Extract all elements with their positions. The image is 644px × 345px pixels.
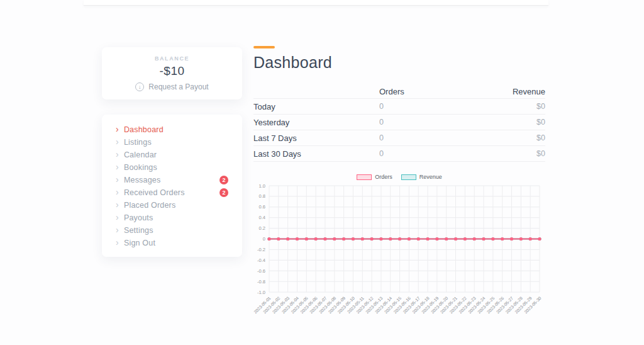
row-label: Last 30 Days xyxy=(253,149,379,159)
revenue-value: $0 xyxy=(474,133,545,142)
chevron-right-icon: › xyxy=(116,200,119,209)
sidebar-item-label: Calendar xyxy=(124,150,157,159)
sidebar-item-label: Settings xyxy=(124,226,153,235)
download-circle-icon: ↓ xyxy=(135,82,144,91)
sidebar-item-payouts[interactable]: › Payouts xyxy=(116,212,228,224)
svg-text:-0.8: -0.8 xyxy=(257,279,265,285)
sidebar-item-label: Dashboard xyxy=(124,125,164,134)
sidebar-item-settings[interactable]: › Settings xyxy=(116,224,228,237)
svg-text:0.6: 0.6 xyxy=(259,204,265,210)
orders-value: 0 xyxy=(379,118,474,127)
svg-text:-1.0: -1.0 xyxy=(257,290,265,295)
row-label: Today xyxy=(253,102,379,111)
chevron-right-icon: › xyxy=(116,238,119,247)
chevron-right-icon: › xyxy=(116,137,119,146)
chevron-right-icon: › xyxy=(116,188,119,196)
chevron-right-icon: › xyxy=(116,213,119,222)
chevron-right-icon: › xyxy=(116,150,119,159)
sidebar-item-label: Listings xyxy=(124,138,152,147)
sidebar-item-label: Sign Out xyxy=(124,239,155,247)
notification-badge: 2 xyxy=(219,176,228,184)
row-label: Last 7 Days xyxy=(253,133,379,143)
chevron-right-icon: › xyxy=(116,225,119,234)
stats-table: Orders Revenue Today 0 $0 Yesterday 0 $0… xyxy=(253,85,545,162)
page-title: Dashboard xyxy=(253,54,545,72)
svg-text:0.2: 0.2 xyxy=(259,225,265,231)
sidebar-item-received-orders[interactable]: › Received Orders 2 xyxy=(116,186,228,199)
chart-legend: Orders Revenue xyxy=(253,174,545,180)
svg-text:0: 0 xyxy=(263,236,265,242)
legend-swatch-revenue xyxy=(401,174,416,180)
sidebar-item-label: Messages xyxy=(124,176,161,184)
table-row: Last 7 Days 0 $0 xyxy=(253,130,545,146)
balance-value: -$10 xyxy=(102,64,242,78)
chevron-right-icon: › xyxy=(116,175,119,184)
table-header-row: Orders Revenue xyxy=(253,85,545,99)
title-accent-bar xyxy=(253,46,275,48)
orders-value: 0 xyxy=(379,133,474,142)
top-header-edge xyxy=(84,0,548,6)
orders-value: 0 xyxy=(379,149,474,158)
column-header-revenue: Revenue xyxy=(474,87,545,96)
column-header-orders: Orders xyxy=(379,87,474,96)
sidebar-item-label: Received Orders xyxy=(124,188,185,197)
sidebar-item-placed-orders[interactable]: › Placed Orders xyxy=(116,199,228,212)
orders-value: 0 xyxy=(379,102,474,111)
balance-label: BALANCE xyxy=(102,55,242,62)
sidebar-item-sign-out[interactable]: › Sign Out xyxy=(116,237,228,249)
sidebar-item-label: Placed Orders xyxy=(124,201,176,210)
svg-text:-0.4: -0.4 xyxy=(257,257,265,263)
table-row: Yesterday 0 $0 xyxy=(253,115,545,130)
svg-text:0.4: 0.4 xyxy=(259,215,265,220)
table-row: Last 30 Days 0 $0 xyxy=(253,146,545,162)
sidebar-item-dashboard[interactable]: › Dashboard xyxy=(116,123,228,136)
legend-item-revenue[interactable]: Revenue xyxy=(401,174,442,180)
sidebar-item-messages[interactable]: › Messages 2 xyxy=(116,174,228,186)
svg-text:1.0: 1.0 xyxy=(259,183,265,189)
sidebar-item-calendar[interactable]: › Calendar xyxy=(116,149,228,161)
main-content: Dashboard Orders Revenue Today 0 $0 Yest… xyxy=(253,46,545,331)
sidebar-item-bookings[interactable]: › Bookings xyxy=(116,161,228,174)
chevron-right-icon: › xyxy=(116,162,119,171)
legend-label: Orders xyxy=(375,174,392,180)
revenue-value: $0 xyxy=(474,149,545,158)
sidebar-item-listings[interactable]: › Listings xyxy=(116,136,228,149)
line-chart-canvas: 1.00.80.60.40.20-0.2-0.4-0.6-0.8-1.02023… xyxy=(253,172,545,331)
sidebar-nav: › Dashboard › Listings › Calendar › Book… xyxy=(102,115,242,257)
request-payout-button[interactable]: ↓ Request a Payout xyxy=(102,82,242,91)
chevron-right-icon: › xyxy=(116,125,119,133)
balance-card: BALANCE -$10 ↓ Request a Payout xyxy=(102,47,242,99)
revenue-value: $0 xyxy=(474,102,545,111)
notification-badge: 2 xyxy=(219,188,228,197)
table-row: Today 0 $0 xyxy=(253,99,545,115)
legend-label: Revenue xyxy=(419,174,442,180)
sidebar-item-label: Bookings xyxy=(124,163,157,172)
svg-text:0.8: 0.8 xyxy=(259,193,265,199)
request-payout-label: Request a Payout xyxy=(148,82,208,91)
orders-revenue-chart[interactable]: Orders Revenue 1.00.80.60.40.20-0.2-0.4-… xyxy=(253,172,545,331)
revenue-value: $0 xyxy=(474,118,545,127)
sidebar-item-label: Payouts xyxy=(124,213,153,222)
legend-swatch-orders xyxy=(357,174,372,180)
svg-text:-0.2: -0.2 xyxy=(257,247,265,252)
row-label: Yesterday xyxy=(253,118,379,127)
legend-item-orders[interactable]: Orders xyxy=(357,174,392,180)
svg-text:-0.6: -0.6 xyxy=(257,268,265,274)
